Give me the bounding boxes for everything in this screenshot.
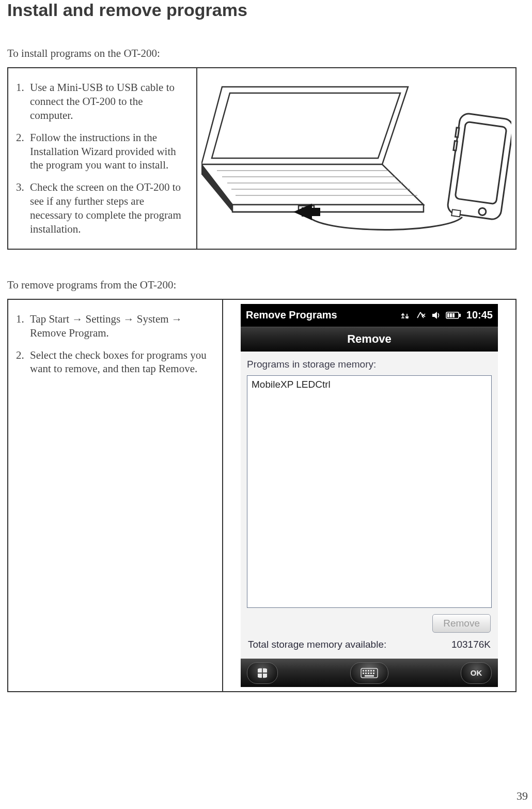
svg-rect-21 [373,670,374,671]
wm-program-list[interactable]: MobileXP LEDCtrl [247,375,492,608]
wm-title: Remove Programs [246,309,399,321]
svg-rect-14 [450,313,452,317]
wm-storage-value: 103176K [451,639,491,650]
svg-rect-24 [368,673,369,674]
page-number: 39 [517,789,528,803]
install-intro: To install programs on the OT-200: [7,47,517,60]
install-step-1: Use a Mini-USB to USB cable to connect t… [27,81,187,123]
install-step-3: Check the screen on the OT-200 to see if… [27,180,187,236]
remove-step-1: Tap Start → Settings → System → Remove P… [27,312,213,340]
signal-icon[interactable] [416,311,426,320]
install-step-2: Follow the instructions in the Installat… [27,131,187,173]
svg-rect-15 [452,313,455,317]
wm-tab-remove[interactable]: Remove [241,327,498,352]
page-title: Install and remove programs [7,0,517,20]
svg-rect-27 [365,675,374,677]
install-illustration [197,68,515,249]
svg-point-5 [478,208,487,216]
svg-rect-22 [363,673,364,674]
wm-start-button[interactable] [247,662,278,684]
wm-clock: 10:45 [466,309,493,321]
svg-rect-13 [447,313,449,317]
remove-box: Tap Start → Settings → System → Remove P… [7,299,517,692]
install-steps: Use a Mini-USB to USB cable to connect t… [8,68,197,249]
battery-icon[interactable] [446,311,461,319]
svg-rect-19 [368,670,369,671]
svg-rect-7 [453,141,457,151]
svg-rect-6 [456,128,459,138]
wm-programs-label: Programs in storage memory: [247,359,492,370]
install-box: Use a Mini-USB to USB cable to connect t… [7,67,517,250]
wm-titlebar: Remove Programs [241,304,498,327]
remove-screenshot: Remove Programs [223,300,515,691]
svg-rect-8 [451,210,461,217]
wm-bottombar: OK [241,659,498,687]
svg-rect-20 [370,670,372,671]
wm-ok-button[interactable]: OK [461,662,492,684]
remove-steps: Tap Start → Settings → System → Remove P… [8,300,223,691]
volume-icon[interactable] [431,311,441,320]
wm-remove-button[interactable]: Remove [432,614,491,633]
wm-keyboard-button[interactable] [350,662,388,684]
wm-program-item[interactable]: MobileXP LEDCtrl [252,379,487,390]
svg-rect-17 [363,670,364,671]
svg-rect-26 [373,673,374,674]
wm-screen: Remove Programs [241,304,498,687]
svg-rect-12 [459,314,461,317]
remove-step-2: Select the check boxes for programs you … [27,348,213,376]
svg-rect-23 [365,673,367,674]
wm-storage-label: Total storage memory available: [248,639,451,650]
svg-rect-25 [370,673,372,674]
svg-rect-18 [365,670,367,671]
remove-intro: To remove programs from the OT-200: [7,279,517,292]
wm-body: Programs in storage memory: MobileXP LED… [241,352,498,659]
connectivity-icon[interactable] [399,311,411,320]
